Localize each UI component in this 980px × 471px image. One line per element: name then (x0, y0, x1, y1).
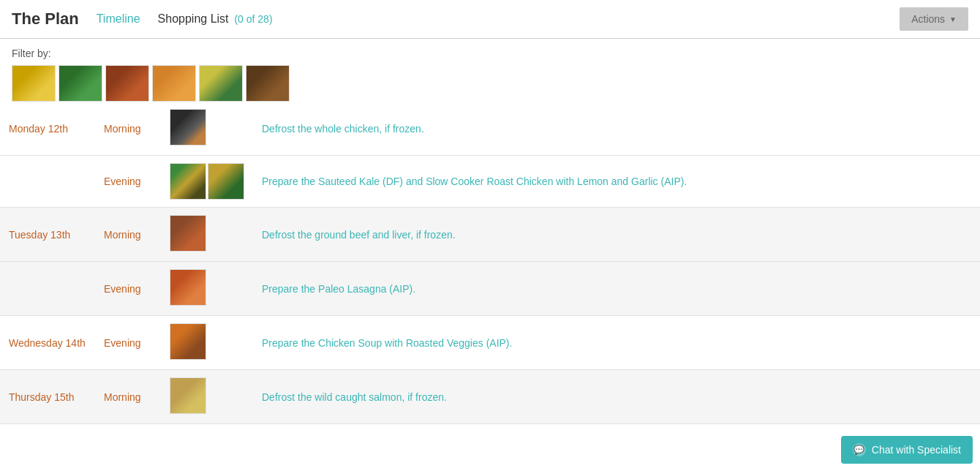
table-row: Thursday 15thMorningDefrost the wild cau… (0, 370, 980, 424)
day-cell: Thursday 15th (0, 370, 95, 424)
thumb-cell (161, 102, 253, 156)
time-cell: Evening (95, 316, 161, 370)
meal-thumbnail[interactable] (170, 323, 206, 360)
meal-thumbnail[interactable] (170, 109, 206, 146)
instruction-cell: Defrost the wild caught salmon, if froze… (253, 370, 980, 424)
header-nav: The Plan Timeline Shopping List (0 of 28… (0, 0, 980, 39)
time-cell: Evening (95, 156, 161, 208)
thumb-cell (161, 208, 253, 262)
actions-arrow-icon: ▼ (949, 15, 957, 23)
meal-thumbnail[interactable] (170, 215, 206, 252)
time-cell: Morning (95, 370, 161, 424)
nav-shopping[interactable]: Shopping List (158, 12, 229, 25)
nav-shopping-container: Shopping List (0 of 28) (158, 12, 273, 26)
meal-thumbnail-2[interactable] (208, 163, 244, 200)
table-row: Monday 12thMorningDefrost the whole chic… (0, 102, 980, 156)
plan-table: Monday 12thMorningDefrost the whole chic… (0, 102, 980, 424)
table-row: Tuesday 13thMorningDefrost the ground be… (0, 208, 980, 262)
thumb-cell (161, 316, 253, 370)
actions-button[interactable]: Actions ▼ (900, 7, 968, 31)
plan-title[interactable]: The Plan (12, 10, 79, 29)
thumb-cell (161, 156, 253, 208)
meal-thumbnail[interactable] (170, 269, 206, 306)
instruction-cell: Prepare the Chicken Soup with Roasted Ve… (253, 316, 980, 370)
shopping-count: (0 of 28) (234, 13, 272, 25)
filter-image-2[interactable] (59, 65, 102, 102)
actions-label: Actions (911, 13, 945, 25)
filter-section: Filter by: (0, 39, 980, 102)
time-cell: Morning (95, 208, 161, 262)
time-cell: Evening (95, 262, 161, 316)
day-cell (0, 156, 95, 208)
table-row: EveningPrepare the Paleo Lasagna (AIP). (0, 262, 980, 316)
instruction-cell: Prepare the Sauteed Kale (DF) and Slow C… (253, 156, 980, 208)
meal-thumbnail[interactable] (170, 377, 206, 414)
filter-label: Filter by: (12, 48, 968, 59)
thumb-cell (161, 262, 253, 316)
instruction-cell: Defrost the whole chicken, if frozen. (253, 102, 980, 156)
filter-image-6[interactable] (246, 65, 290, 102)
thumb-cell (161, 370, 253, 424)
filter-image-1[interactable] (12, 65, 56, 102)
instruction-cell: Prepare the Paleo Lasagna (AIP). (253, 262, 980, 316)
time-cell: Morning (95, 102, 161, 156)
filter-images (12, 65, 968, 102)
day-cell: Wednesday 14th (0, 316, 95, 370)
day-cell: Tuesday 13th (0, 208, 95, 262)
table-row: Wednesday 14thEveningPrepare the Chicken… (0, 316, 980, 370)
table-row: EveningPrepare the Sauteed Kale (DF) and… (0, 156, 980, 208)
nav-timeline[interactable]: Timeline (97, 12, 140, 26)
filter-image-3[interactable] (105, 65, 149, 102)
meal-thumbnail-1[interactable] (170, 163, 206, 200)
day-cell: Monday 12th (0, 102, 95, 156)
filter-image-5[interactable] (199, 65, 243, 102)
filter-image-4[interactable] (152, 65, 196, 102)
instruction-cell: Defrost the ground beef and liver, if fr… (253, 208, 980, 262)
day-cell (0, 262, 95, 316)
